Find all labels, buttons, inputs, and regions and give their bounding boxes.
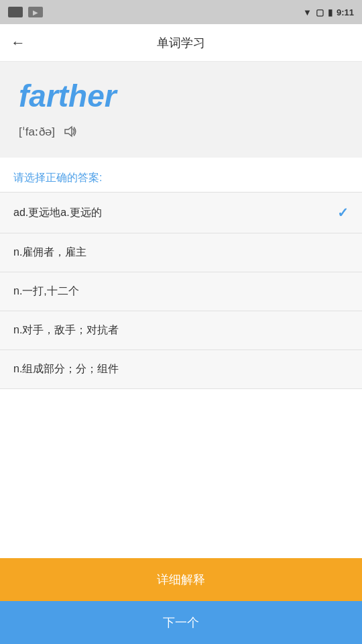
option-item-1[interactable]: ad.更远地a.更远的 ✓ [0, 192, 362, 233]
wifi-icon: ▼ [303, 7, 312, 17]
option-item-3[interactable]: n.一打,十二个 [0, 272, 362, 311]
check-icon-1: ✓ [337, 205, 349, 221]
content-spacer [0, 389, 362, 558]
option-text-1: ad.更远地a.更远的 [13, 206, 102, 220]
status-bar-right: ▼ ▢ ▮ 9:11 [303, 7, 354, 17]
next-button[interactable]: 下一个 [0, 601, 362, 644]
back-button[interactable]: ← [11, 34, 25, 52]
word-section: farther [ˈfaːðə] [0, 62, 362, 158]
option-item-4[interactable]: n.对手，敌手；对抗者 [0, 311, 362, 350]
word-display: farther [19, 78, 343, 115]
speaker-icon [63, 124, 78, 139]
option-text-3: n.一打,十二个 [13, 284, 79, 299]
signal-icon: ▢ [316, 7, 324, 17]
app-icon-2: ▶ [28, 7, 43, 17]
speaker-button[interactable] [63, 124, 78, 139]
svg-marker-0 [65, 127, 72, 136]
phonetic-row: [ˈfaːðə] [19, 124, 343, 139]
question-prompt: 请选择正确的答案: [13, 172, 102, 183]
option-text-2: n.雇佣者，雇主 [13, 246, 86, 260]
status-bar: ▶ ▼ ▢ ▮ 9:11 [0, 0, 362, 24]
option-text-4: n.对手，敌手；对抗者 [13, 323, 119, 337]
option-item-5[interactable]: n.组成部分；分；组件 [0, 350, 362, 389]
app-icon-1 [8, 7, 23, 17]
page-title: 单词学习 [157, 35, 205, 51]
question-section: 请选择正确的答案: [0, 158, 362, 192]
battery-icon: ▮ [328, 7, 333, 17]
detail-button[interactable]: 详细解释 [0, 558, 362, 601]
bottom-buttons: 详细解释 下一个 [0, 558, 362, 644]
phonetic-text: [ˈfaːðə] [19, 125, 55, 139]
status-bar-left: ▶ [8, 7, 43, 17]
option-text-5: n.组成部分；分；组件 [13, 362, 119, 376]
options-list: ad.更远地a.更远的 ✓ n.雇佣者，雇主 n.一打,十二个 n.对手，敌手；… [0, 192, 362, 389]
time-display: 9:11 [337, 7, 354, 17]
option-item-2[interactable]: n.雇佣者，雇主 [0, 233, 362, 272]
back-arrow-icon: ← [11, 34, 25, 52]
top-nav: ← 单词学习 [0, 24, 362, 62]
